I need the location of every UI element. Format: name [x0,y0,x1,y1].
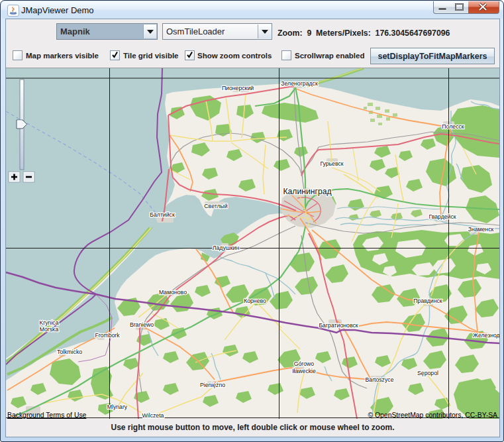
svg-text:Знаменск: Знаменск [468,226,494,233]
svg-text:Гвардейск: Гвардейск [428,213,456,220]
svg-text:Morska: Morska [40,326,59,333]
svg-text:Tolkmicko: Tolkmicko [57,349,82,355]
svg-text:Ладушкин: Ладушкин [213,245,240,251]
svg-text:Górowo: Górowo [294,360,315,367]
svg-text:Mlynary: Mlynary [107,404,128,410]
svg-text:Правдинск: Правдинск [413,298,442,304]
svg-text:Пионерский: Пионерский [222,85,254,91]
svg-text:Мамоново: Мамоново [159,289,187,296]
svg-text:Полесск: Полесск [442,123,464,130]
svg-text:Железнодорожный: Железнодорожный [473,332,499,339]
svg-text:Зеленоградск: Зеленоградск [281,80,318,87]
svg-text:Корнево: Корнево [244,298,266,304]
svg-text:Балтийск: Балтийск [150,211,175,218]
svg-text:Frombork: Frombork [95,332,120,339]
svg-text:Pieniężno: Pieniężno [200,382,225,388]
svg-text:Braniewo: Braniewo [130,321,154,328]
svg-text:Krynica: Krynica [40,319,59,326]
svg-text:Wilczeta: Wilczeta [142,412,164,419]
svg-text:© OpenStreetMap contributors,: © OpenStreetMap contributors, CC-BY-SA [368,412,497,419]
svg-text:Bartoszyce: Bartoszyce [366,376,394,383]
svg-text:Iławeckie: Iławeckie [292,368,316,374]
svg-text:Багратионовск: Багратионовск [319,322,358,329]
svg-text:Гурьевск: Гурьевск [320,160,343,167]
svg-text:Светлый: Светлый [204,203,227,209]
svg-text:Background Terms of Use: Background Terms of Use [7,412,87,419]
svg-text:Калининград: Калининград [283,187,331,196]
svg-text:Sępopol: Sępopol [417,370,438,376]
